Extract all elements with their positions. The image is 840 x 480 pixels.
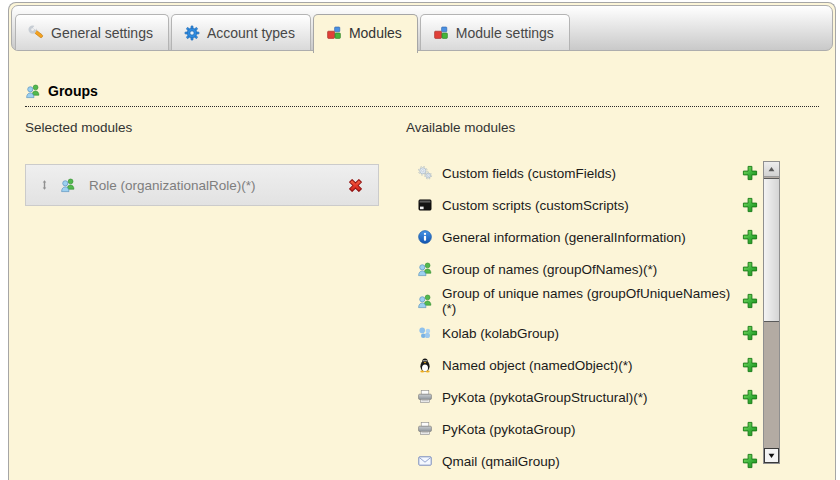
add-module-button[interactable] — [742, 293, 758, 309]
available-module-row: Named object (namedObject)(*) — [417, 349, 758, 381]
info-icon — [417, 229, 433, 245]
selected-modules-list: Role (organizationalRole)(*) — [25, 164, 379, 206]
available-module-row: Group of unique names (groupOfUniqueName… — [417, 285, 758, 317]
tab-general-settings[interactable]: General settings — [15, 14, 169, 50]
delete-icon — [347, 177, 364, 194]
available-modules-list: Custom fields (customFields) Custom scri… — [417, 157, 758, 477]
tab-label: Module settings — [456, 25, 554, 41]
wrench-icon — [28, 25, 44, 41]
available-modules-scrollbar[interactable] — [763, 161, 780, 464]
available-modules-label: Available modules — [406, 120, 515, 135]
add-icon — [742, 197, 758, 213]
add-module-button[interactable] — [742, 421, 758, 437]
selected-module-row[interactable]: Role (organizationalRole)(*) — [25, 164, 379, 206]
add-icon — [742, 261, 758, 277]
section-header: Groups — [25, 83, 819, 107]
add-icon — [742, 453, 758, 469]
modules-icon — [433, 25, 449, 41]
scrollbar-down-button[interactable] — [764, 448, 779, 463]
add-icon — [742, 229, 758, 245]
modules-icon — [326, 25, 342, 41]
add-module-button[interactable] — [742, 453, 758, 469]
tab-label: Account types — [207, 25, 295, 41]
group-icon — [417, 261, 433, 277]
terminal-icon — [417, 197, 433, 213]
tab-modules[interactable]: Modules — [313, 14, 418, 53]
module-label: Qmail (qmailGroup) — [442, 454, 742, 469]
arrow-up-icon — [766, 164, 777, 175]
gear-icon — [184, 25, 200, 41]
arrow-down-icon — [766, 450, 777, 461]
available-module-row: Qmail (qmailGroup) — [417, 445, 758, 477]
kolab-icon — [417, 325, 433, 341]
tab-label: Modules — [349, 25, 402, 41]
remove-module-button[interactable] — [347, 177, 364, 194]
available-module-row: PyKota (pykotaGroupStructural)(*) — [417, 381, 758, 413]
gears-icon — [417, 165, 433, 181]
tux-icon — [417, 357, 433, 373]
printer-icon — [417, 389, 433, 405]
module-label: Group of unique names (groupOfUniqueName… — [442, 286, 742, 316]
add-module-button[interactable] — [742, 165, 758, 181]
module-label: Custom fields (customFields) — [442, 166, 742, 181]
add-module-button[interactable] — [742, 229, 758, 245]
add-icon — [742, 293, 758, 309]
module-label: Custom scripts (customScripts) — [442, 198, 742, 213]
add-module-button[interactable] — [742, 197, 758, 213]
section-title: Groups — [48, 83, 98, 99]
available-module-row: Custom scripts (customScripts) — [417, 189, 758, 221]
group-icon — [25, 83, 41, 99]
tab-label: General settings — [51, 25, 153, 41]
add-icon — [742, 389, 758, 405]
tab-module-settings[interactable]: Module settings — [420, 14, 570, 50]
add-module-button[interactable] — [742, 357, 758, 373]
tab-account-types[interactable]: Account types — [171, 14, 311, 50]
module-label: PyKota (pykotaGroup) — [442, 422, 742, 437]
add-icon — [742, 357, 758, 373]
module-label: Role (organizationalRole)(*) — [89, 178, 347, 193]
add-icon — [742, 421, 758, 437]
available-module-row: Custom fields (customFields) — [417, 157, 758, 189]
available-module-row: PyKota (pykotaGroup) — [417, 413, 758, 445]
add-icon — [742, 325, 758, 341]
selected-modules-label: Selected modules — [25, 120, 132, 135]
add-icon — [742, 165, 758, 181]
module-label: General information (generalInformation) — [442, 230, 742, 245]
module-label: Kolab (kolabGroup) — [442, 326, 742, 341]
add-module-button[interactable] — [742, 261, 758, 277]
tab-bar: General settings Account types Modules M… — [11, 5, 833, 51]
mail-icon — [417, 453, 433, 469]
available-module-row: Kolab (kolabGroup) — [417, 317, 758, 349]
printer-icon — [417, 421, 433, 437]
scrollbar-thumb[interactable] — [764, 178, 779, 322]
module-label: Group of names (groupOfNames)(*) — [442, 262, 742, 277]
module-label: PyKota (pykotaGroupStructural)(*) — [442, 390, 742, 405]
module-label: Named object (namedObject)(*) — [442, 358, 742, 373]
available-module-row: Group of names (groupOfNames)(*) — [417, 253, 758, 285]
scrollbar-up-button[interactable] — [764, 162, 779, 177]
available-module-row: General information (generalInformation) — [417, 221, 758, 253]
settings-panel: General settings Account types Modules M… — [8, 2, 836, 480]
group-icon — [60, 177, 76, 193]
group-icon — [417, 293, 433, 309]
add-module-button[interactable] — [742, 325, 758, 341]
drag-handle-icon[interactable] — [39, 178, 50, 192]
add-module-button[interactable] — [742, 389, 758, 405]
